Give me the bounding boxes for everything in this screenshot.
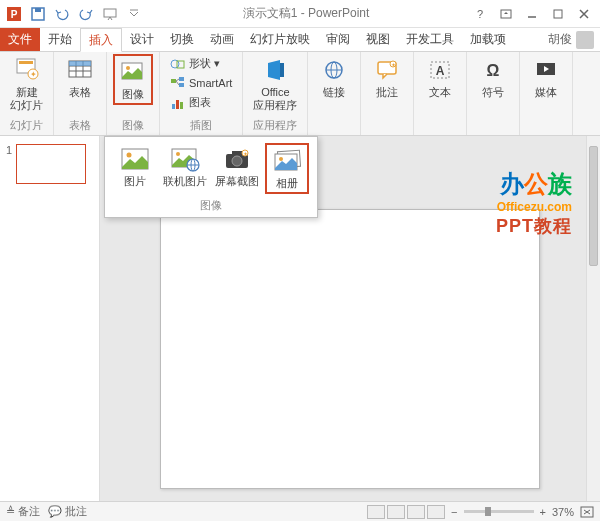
window-controls: ? [468, 4, 596, 24]
save-icon[interactable] [28, 4, 48, 24]
photo-album-icon [271, 147, 303, 175]
svg-line-25 [176, 79, 179, 81]
picture-button[interactable]: 图片 [113, 143, 157, 194]
user-name: 胡俊 [548, 31, 572, 48]
table-label: 表格 [69, 86, 91, 99]
sorter-view-button[interactable] [387, 505, 405, 519]
vertical-scrollbar[interactable] [586, 136, 600, 501]
svg-rect-50 [232, 151, 242, 155]
office-apps-label: Office 应用程序 [253, 86, 297, 112]
media-icon [532, 56, 560, 84]
status-notes-button[interactable]: ≜ 备注 [6, 504, 40, 519]
symbol-label: 符号 [482, 86, 504, 99]
tab-slideshow[interactable]: 幻灯片放映 [242, 28, 318, 51]
fit-to-window-button[interactable] [580, 506, 594, 518]
smartart-button[interactable]: SmartArt [166, 74, 236, 92]
office-apps-button[interactable]: Office 应用程序 [249, 54, 301, 114]
status-comments-button[interactable]: 💬 批注 [48, 504, 87, 519]
svg-line-26 [176, 81, 179, 85]
watermark-tagline: PPT教程 [496, 214, 572, 238]
shapes-button[interactable]: 形状▾ [166, 54, 236, 73]
image-button[interactable]: 图像 [113, 54, 153, 105]
watermark: 办公族 Officezu.com PPT教程 [496, 168, 572, 238]
normal-view-button[interactable] [367, 505, 385, 519]
thumbnail-item[interactable]: 1 [6, 144, 93, 184]
new-slide-button[interactable]: ✦ 新建 幻灯片 [6, 54, 47, 114]
minimize-icon[interactable] [520, 4, 544, 24]
group-images-label: 图像 [122, 116, 144, 135]
svg-rect-7 [554, 10, 562, 18]
user-account[interactable]: 胡俊 [548, 28, 594, 51]
help-icon[interactable]: ? [468, 4, 492, 24]
chart-label: 图表 [189, 95, 211, 110]
svg-point-55 [279, 157, 283, 161]
svg-rect-17 [69, 61, 91, 66]
close-icon[interactable] [572, 4, 596, 24]
comment-button[interactable]: ✦批注 [367, 54, 407, 101]
text-icon: A [426, 56, 454, 84]
tab-developer[interactable]: 开发工具 [398, 28, 462, 51]
tab-transitions[interactable]: 切换 [162, 28, 202, 51]
svg-point-42 [127, 153, 132, 158]
watermark-brand: 办公族 [496, 168, 572, 200]
media-button[interactable]: 媒体 [526, 54, 566, 101]
scrollbar-thumb[interactable] [589, 146, 598, 266]
table-button[interactable]: 表格 [60, 54, 100, 101]
ribbon: ✦ 新建 幻灯片 幻灯片 表格 表格 图像 图像 形状▾ SmartArt [0, 52, 600, 136]
zoom-out-button[interactable]: − [451, 506, 457, 518]
svg-rect-4 [104, 9, 116, 17]
symbol-button[interactable]: Ω符号 [473, 54, 513, 101]
smartart-icon [170, 76, 186, 90]
slideshow-view-button[interactable] [427, 505, 445, 519]
undo-icon[interactable] [52, 4, 72, 24]
svg-rect-22 [171, 79, 176, 83]
qat-customize-icon[interactable] [124, 4, 144, 24]
ribbon-options-icon[interactable] [494, 4, 518, 24]
group-text: A文本 [414, 52, 467, 135]
online-picture-button[interactable]: 联机图片 [161, 143, 209, 194]
tab-view[interactable]: 视图 [358, 28, 398, 51]
slide-canvas[interactable] [160, 209, 540, 489]
redo-icon[interactable] [76, 4, 96, 24]
zoom-level[interactable]: 37% [552, 506, 574, 518]
view-mode-buttons [367, 505, 445, 519]
link-button[interactable]: 链接 [314, 54, 354, 101]
tab-addins[interactable]: 加载项 [462, 28, 514, 51]
svg-rect-28 [176, 100, 179, 109]
photo-album-label: 相册 [276, 177, 298, 190]
zoom-in-button[interactable]: + [540, 506, 546, 518]
screenshot-icon: ✦ [221, 145, 253, 173]
svg-point-19 [126, 66, 130, 70]
reading-view-button[interactable] [407, 505, 425, 519]
slide-thumbnail-panel: 1 [0, 136, 100, 501]
tab-review[interactable]: 审阅 [318, 28, 358, 51]
zoom-slider[interactable] [464, 510, 534, 513]
link-label: 链接 [323, 86, 345, 99]
maximize-icon[interactable] [546, 4, 570, 24]
zoom-slider-thumb[interactable] [485, 507, 491, 516]
watermark-url: Officezu.com [496, 200, 572, 214]
screenshot-label: 屏幕截图 [215, 175, 259, 188]
quick-access-toolbar: P [4, 4, 144, 24]
svg-text:✦: ✦ [391, 62, 396, 68]
tab-insert[interactable]: 插入 [80, 28, 122, 52]
photo-album-button[interactable]: 相册 [265, 143, 309, 194]
online-picture-label: 联机图片 [163, 175, 207, 188]
group-media: 媒体 [520, 52, 573, 135]
table-icon [66, 56, 94, 84]
tab-design[interactable]: 设计 [122, 28, 162, 51]
online-picture-icon [169, 145, 201, 173]
tab-animations[interactable]: 动画 [202, 28, 242, 51]
chart-button[interactable]: 图表 [166, 93, 236, 112]
svg-rect-23 [179, 77, 184, 81]
tab-file[interactable]: 文件 [0, 28, 40, 51]
start-slideshow-icon[interactable] [100, 4, 120, 24]
status-bar: ≜ 备注 💬 批注 − + 37% [0, 501, 600, 521]
comment-icon: ✦ [373, 56, 401, 84]
screenshot-button[interactable]: ✦ 屏幕截图 [213, 143, 261, 194]
group-images: 图像 图像 [107, 52, 160, 135]
app-icon[interactable]: P [4, 4, 24, 24]
image-dropdown-group-label: 图像 [113, 194, 309, 215]
text-button[interactable]: A文本 [420, 54, 460, 101]
tab-home[interactable]: 开始 [40, 28, 80, 51]
